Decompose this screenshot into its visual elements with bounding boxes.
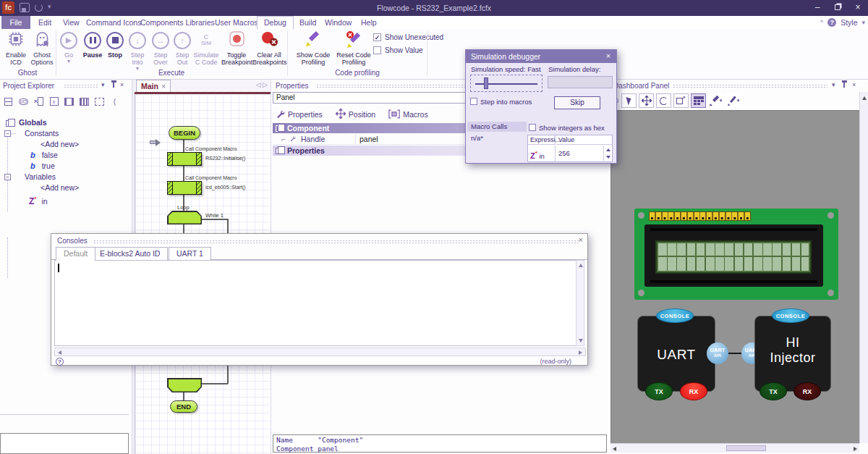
tab-close-icon[interactable]: × bbox=[161, 82, 166, 91]
panel-dropdown-icon[interactable]: ▾ bbox=[832, 81, 835, 88]
uart-console-badge[interactable]: CONSOLE bbox=[656, 308, 694, 323]
console-help-icon[interactable]: ? bbox=[56, 358, 64, 366]
handle-value[interactable]: panel bbox=[359, 134, 378, 145]
console-horizontal-scrollbar[interactable] bbox=[54, 348, 586, 356]
console-output-area[interactable] bbox=[54, 260, 576, 346]
enable-icd-button[interactable]: Enable ICD bbox=[3, 30, 29, 66]
delay-input[interactable] bbox=[548, 76, 613, 88]
close-button[interactable]: × bbox=[848, 0, 868, 16]
menu-file[interactable]: File bbox=[1, 16, 30, 29]
tree-item-add-new-variable[interactable]: <Add new> bbox=[0, 182, 132, 193]
panel-close-icon[interactable]: × bbox=[120, 81, 124, 88]
show-unexecuted-checkbox[interactable]: ✓ Show Unexecuted bbox=[373, 33, 443, 41]
watch-row-value[interactable]: 256 bbox=[556, 146, 600, 161]
bracket-icon[interactable]: ⟨ bbox=[108, 95, 122, 108]
scroll-up-icon[interactable] bbox=[862, 96, 867, 100]
panel-close-icon[interactable]: × bbox=[852, 81, 856, 88]
collapse-expander-icon[interactable]: − bbox=[4, 130, 11, 137]
io-icon[interactable]: I/O bbox=[17, 95, 30, 108]
tab-macros[interactable]: Macros bbox=[388, 109, 427, 120]
stop-button[interactable]: Stop bbox=[105, 30, 125, 59]
scale-icon[interactable]: ↗ bbox=[673, 93, 689, 108]
style-menu[interactable]: Style bbox=[841, 18, 857, 27]
save-icon[interactable] bbox=[20, 3, 30, 12]
components-grid-icon[interactable] bbox=[691, 93, 706, 108]
tree-item-globals[interactable]: Globals bbox=[0, 117, 132, 128]
consoles-close-icon[interactable]: × bbox=[579, 235, 583, 244]
menu-user-macros[interactable]: User Macros bbox=[208, 16, 265, 29]
speed-slider[interactable] bbox=[470, 75, 542, 92]
slider-thumb[interactable] bbox=[484, 77, 488, 89]
tab-properties[interactable]: Properties bbox=[276, 109, 323, 120]
uart-tx-port[interactable]: TX bbox=[645, 382, 673, 400]
lcd-module[interactable] bbox=[634, 209, 838, 300]
tree-item-variables[interactable]: − Variables bbox=[0, 172, 132, 182]
pin-icon[interactable] bbox=[843, 83, 845, 88]
injector-tx-port[interactable]: TX bbox=[760, 382, 787, 400]
go-button[interactable]: ▶ Go ▾ bbox=[58, 30, 80, 64]
skip-button[interactable]: Skip bbox=[554, 96, 600, 109]
show-code-profiling-button[interactable]: Show Code Profiling bbox=[291, 30, 336, 66]
undo-icon[interactable] bbox=[35, 4, 43, 12]
menu-debug[interactable]: Debug bbox=[257, 16, 294, 29]
value-column-header[interactable]: Value bbox=[556, 135, 612, 145]
spinner-up-icon[interactable] bbox=[606, 148, 610, 151]
console-tab-default[interactable]: Default bbox=[56, 247, 95, 261]
scroll-left-icon[interactable] bbox=[613, 447, 616, 451]
expression-column-header[interactable]: Expressi... bbox=[528, 135, 556, 145]
flow-loop-end[interactable] bbox=[167, 378, 202, 392]
injector-rx-port[interactable]: RX bbox=[793, 382, 821, 400]
panel-dropdown-icon[interactable]: ▾ bbox=[101, 81, 105, 88]
rotate-icon[interactable] bbox=[656, 93, 671, 108]
dashboard-vertical-scrollbar[interactable] bbox=[859, 92, 868, 443]
pause-button[interactable]: Pause bbox=[81, 30, 104, 59]
panel-grid-icon[interactable] bbox=[1, 95, 15, 108]
flow-end-node[interactable]: END bbox=[170, 400, 197, 413]
tab-main[interactable]: Main× bbox=[136, 80, 171, 92]
scroll-right-icon[interactable] bbox=[579, 350, 582, 355]
scroll-up-icon[interactable] bbox=[579, 264, 583, 267]
restore-button[interactable] bbox=[827, 0, 848, 16]
minimize-button[interactable]: – bbox=[807, 0, 827, 16]
tree-item-true[interactable]: b true bbox=[0, 161, 132, 172]
tree-item-false[interactable]: b false bbox=[0, 150, 132, 161]
delete-component-icon[interactable]: × bbox=[32, 95, 46, 108]
tree-item-in[interactable]: Z* in bbox=[0, 193, 132, 204]
step-into-macros-checkbox[interactable] bbox=[470, 98, 477, 105]
spinner-down-icon[interactable] bbox=[606, 156, 610, 159]
ghost-options-button[interactable]: Ghost Options bbox=[29, 30, 55, 66]
flow-begin-node[interactable]: BEGIN bbox=[169, 126, 200, 140]
console-vertical-scrollbar[interactable] bbox=[576, 260, 584, 346]
simulate-c-code-button[interactable]: CSIM Simulate C Code bbox=[192, 30, 220, 66]
uart-api-node-left[interactable]: UARTAPI bbox=[707, 342, 728, 364]
tree-item-add-new-constant[interactable]: <Add new> bbox=[0, 139, 132, 150]
pan-move-icon[interactable] bbox=[639, 93, 654, 108]
uart-rx-port[interactable]: RX bbox=[680, 382, 707, 400]
scroll-right-icon[interactable] bbox=[854, 447, 857, 451]
debugger-close-icon[interactable]: × bbox=[603, 50, 613, 63]
show-value-checkbox[interactable]: Show Value bbox=[373, 46, 423, 54]
collapse-ribbon-icon[interactable]: ^ bbox=[820, 19, 823, 26]
uart-component[interactable]: UART bbox=[637, 316, 715, 392]
value-spinner[interactable] bbox=[603, 146, 611, 161]
watch-row-name[interactable]: Z* in bbox=[528, 146, 556, 161]
menu-help[interactable]: Help bbox=[354, 16, 383, 29]
reset-code-profiling-button[interactable]: Reset Code Profiling bbox=[336, 30, 372, 66]
scroll-thumb[interactable] bbox=[726, 445, 766, 451]
scroll-left-icon[interactable] bbox=[58, 350, 61, 355]
tool-brush-icon[interactable]: ▾ bbox=[726, 93, 741, 108]
dashboard-horizontal-scrollbar[interactable] bbox=[610, 443, 859, 453]
tool-pen-icon[interactable]: ▾ bbox=[708, 93, 723, 108]
pin-icon[interactable] bbox=[113, 83, 114, 88]
menu-edit[interactable]: Edit bbox=[32, 16, 58, 29]
hex-checkbox[interactable] bbox=[529, 124, 536, 131]
flow-loop-start[interactable] bbox=[167, 211, 202, 224]
tab-position[interactable]: Position bbox=[336, 109, 375, 120]
dashed-box-icon[interactable] bbox=[93, 95, 106, 108]
debugger-titlebar[interactable]: Simulation debugger bbox=[466, 50, 616, 63]
tree-item-constants[interactable]: − Constants bbox=[0, 128, 132, 139]
flow-call-macro-1[interactable] bbox=[167, 152, 202, 166]
style-dropdown-icon[interactable]: ▾ bbox=[861, 19, 865, 26]
step-over-button[interactable]: → Step Over bbox=[149, 30, 172, 66]
flow-call-macro-2[interactable] bbox=[167, 181, 202, 195]
